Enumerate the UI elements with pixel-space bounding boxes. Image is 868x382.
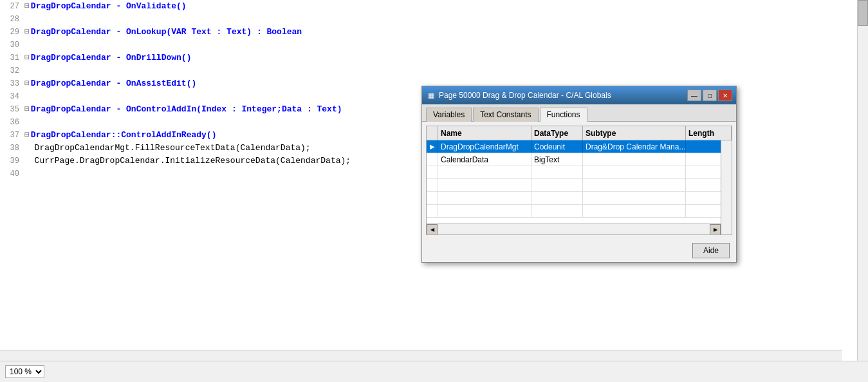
hscroll-left[interactable]: ◀	[427, 224, 438, 235]
cell-datatype	[531, 179, 583, 191]
th-length: Length	[686, 126, 732, 140]
row-arrow	[427, 192, 438, 204]
code-line: 29⊟DragDropCalendar - OnLookup(VAR Text …	[0, 26, 868, 39]
code-line: 32	[0, 64, 868, 77]
th-datatype: DataType	[531, 126, 583, 140]
minimize-button[interactable]: —	[687, 90, 701, 101]
modal-tabs: Variables Text Constants Functions	[422, 104, 736, 122]
table-row[interactable]	[427, 192, 732, 205]
modal-titlebar: ▦ Page 50000 Drag & Drop Calendar - C/AL…	[422, 86, 736, 104]
cell-subtype	[583, 166, 686, 178]
horizontal-scrollbar[interactable]	[0, 350, 842, 361]
collapse-icon[interactable]: ⊟	[24, 104, 30, 114]
modal-footer: Aide	[422, 239, 736, 262]
row-arrow: ▶	[427, 140, 438, 153]
collapse-icon[interactable]: ⊟	[24, 1, 30, 11]
close-button[interactable]: ✕	[718, 90, 732, 101]
line-number: 28	[0, 13, 24, 26]
th-subtype: Subtype	[583, 126, 686, 140]
cell-subtype	[583, 205, 686, 217]
cell-datatype: Codeunit	[531, 140, 583, 153]
table-header: Name DataType Subtype Length	[427, 126, 732, 140]
line-number: 27	[0, 0, 24, 13]
cell-name	[438, 205, 531, 217]
cell-subtype: Drag&Drop Calendar Mana...	[583, 140, 686, 153]
cell-datatype	[531, 192, 583, 204]
cell-subtype	[583, 179, 686, 191]
status-bar: 25 %50 %75 %100 %150 %200 %	[0, 361, 868, 382]
vertical-scrollbar[interactable]	[857, 0, 868, 361]
modal-title: Page 50000 Drag & Drop Calendar - C/AL G…	[439, 91, 685, 100]
cell-subtype	[583, 153, 686, 166]
cell-name	[438, 166, 531, 178]
tab-text-constants[interactable]: Text Constants	[473, 108, 538, 122]
code-line: 31⊟DragDropCalendar - OnDrillDown()	[0, 52, 868, 64]
line-number: 40	[0, 167, 24, 180]
line-number: 30	[0, 39, 24, 52]
cell-datatype: BigText	[531, 153, 583, 166]
tab-variables[interactable]: Variables	[426, 108, 472, 122]
row-arrow	[427, 179, 438, 191]
line-number: 34	[0, 90, 24, 103]
cell-name: CalendarData	[438, 153, 531, 166]
line-content: ⊟DragDropCalendar - OnDrillDown()	[24, 52, 868, 64]
table-row[interactable]: ▶DragDropCalendarMgtCodeunitDrag&Drop Ca…	[427, 140, 732, 153]
collapse-icon[interactable]: ⊟	[24, 53, 30, 62]
cell-name	[438, 179, 531, 191]
code-line: 28	[0, 13, 868, 26]
page-icon: ▦	[428, 91, 434, 100]
table-row[interactable]: CalendarDataBigText	[427, 153, 732, 166]
modal-title-icon: ▦	[426, 90, 436, 100]
line-number: 29	[0, 26, 24, 39]
aide-button[interactable]: Aide	[692, 243, 730, 258]
code-line: 27⊟DragDropCalendar - OnValidate()	[0, 0, 868, 13]
vscroll-thumb[interactable]	[858, 0, 868, 26]
line-content: ⊟DragDropCalendar - OnLookup(VAR Text : …	[24, 26, 868, 39]
row-arrow	[427, 166, 438, 178]
line-number: 33	[0, 77, 24, 90]
line-number: 36	[0, 116, 24, 129]
zoom-select[interactable]: 25 %50 %75 %100 %150 %200 %	[5, 365, 44, 378]
hscroll-right[interactable]: ▶	[710, 224, 721, 235]
table-hscroll[interactable]: ◀ ▶	[427, 224, 721, 234]
line-number: 31	[0, 52, 24, 64]
collapse-icon[interactable]: ⊟	[24, 27, 30, 37]
modal-window: ▦ Page 50000 Drag & Drop Calendar - C/AL…	[421, 86, 737, 263]
th-name: Name	[438, 126, 531, 140]
tab-functions[interactable]: Functions	[540, 108, 587, 122]
row-arrow	[427, 153, 438, 166]
table-vscroll[interactable]	[721, 140, 732, 234]
cell-datatype	[531, 205, 583, 217]
line-number: 39	[0, 155, 24, 167]
collapse-icon[interactable]: ⊟	[24, 79, 30, 88]
cell-datatype	[531, 166, 583, 178]
cell-name	[438, 192, 531, 204]
cell-name: DragDropCalendarMgt	[438, 140, 531, 153]
line-number: 32	[0, 64, 24, 77]
table-row[interactable]	[427, 166, 732, 179]
th-arrow	[427, 126, 438, 140]
cell-subtype	[583, 192, 686, 204]
window-buttons: — □ ✕	[687, 90, 732, 101]
collapse-icon[interactable]: ⊟	[24, 130, 30, 140]
maximize-button[interactable]: □	[703, 90, 717, 101]
line-number: 35	[0, 103, 24, 116]
table-row[interactable]	[427, 205, 732, 218]
code-line: 30	[0, 39, 868, 52]
row-arrow	[427, 205, 438, 217]
table-row[interactable]	[427, 179, 732, 192]
line-content: ⊟DragDropCalendar - OnValidate()	[24, 0, 868, 13]
line-number: 37	[0, 129, 24, 142]
table-body: ▶DragDropCalendarMgtCodeunitDrag&Drop Ca…	[427, 140, 732, 234]
line-number: 38	[0, 142, 24, 155]
globals-table: Name DataType Subtype Length ▶DragDropCa…	[426, 126, 732, 235]
